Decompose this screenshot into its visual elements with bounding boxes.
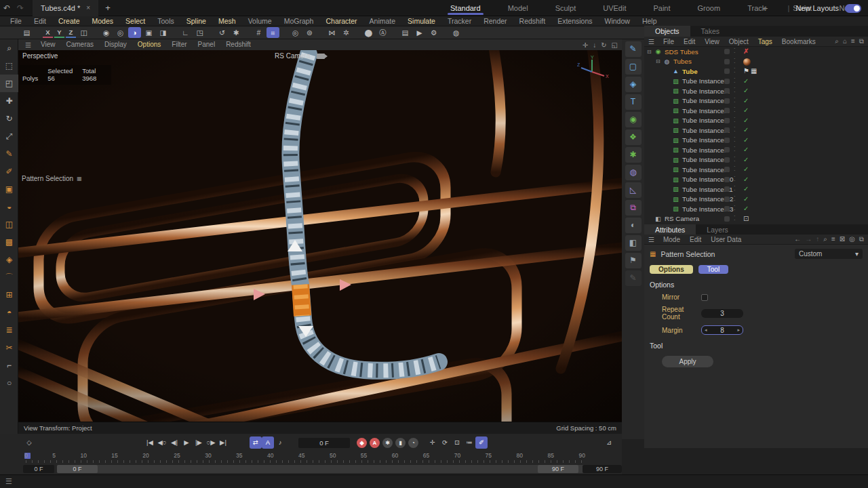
mask-mode-icon[interactable]: ◓ xyxy=(0,304,18,321)
preview-range-bar[interactable]: 0 F 90 F 90 F xyxy=(57,465,622,473)
home-icon[interactable]: ⌂ xyxy=(843,37,847,45)
rotate-view-icon[interactable]: ↻ xyxy=(601,41,606,49)
enable-toggle[interactable] xyxy=(724,88,730,94)
state-tag[interactable]: ✓ xyxy=(743,155,749,165)
new-document-button[interactable]: + xyxy=(105,3,111,13)
model-mode-icon[interactable]: ◎ xyxy=(114,27,127,38)
visibility-dots[interactable]: ⁚ xyxy=(734,214,736,224)
menu-file[interactable]: File xyxy=(4,16,28,26)
enable-toggle[interactable] xyxy=(724,49,730,54)
apply-button[interactable]: Apply xyxy=(662,356,713,367)
visibility-dots[interactable]: ⁚ xyxy=(734,106,736,116)
layout-tab-standard[interactable]: Standard xyxy=(437,0,494,16)
document-tab[interactable]: Tubes.c4d * × xyxy=(33,0,98,16)
playback-hud-button[interactable]: A xyxy=(262,436,274,449)
points-mode-icon[interactable]: ▣ xyxy=(142,27,155,38)
stage-icon[interactable]: ⚑ xyxy=(625,253,642,268)
camera-label[interactable]: RS Camera xyxy=(275,52,325,60)
pin-icon[interactable]: ◎ xyxy=(849,235,855,243)
points-mode-icon[interactable]: ◒ xyxy=(0,198,18,216)
edges-mode-icon[interactable]: ◫ xyxy=(0,216,18,233)
visibility-dots[interactable]: ⁚ xyxy=(734,125,736,136)
range-start-field[interactable]: 0 F xyxy=(23,465,54,473)
live-selection-icon[interactable]: ⬚ xyxy=(0,57,18,75)
prev-frame-button[interactable]: ◀| xyxy=(168,436,180,449)
object-row[interactable]: ▧ Tube Instance.10 ⁚ ✓ xyxy=(644,175,868,185)
enable-toggle[interactable] xyxy=(724,98,730,104)
close-tab-icon[interactable]: × xyxy=(86,4,90,12)
snap-toggle-icon[interactable]: # xyxy=(252,27,265,38)
enable-toggle[interactable] xyxy=(724,108,730,113)
lock-y-axis-button[interactable]: Y xyxy=(54,28,64,38)
object-row[interactable]: ▧ Tube Instance.1 ⁚ ✓ xyxy=(644,86,868,96)
menu-tools[interactable]: Tools xyxy=(151,16,180,26)
tab-layers[interactable]: Layers xyxy=(696,224,739,235)
vp-menu-view[interactable]: View xyxy=(35,39,61,50)
record-position-icon[interactable]: ✛ xyxy=(427,436,439,449)
rectangle-selection-icon[interactable]: ◰ xyxy=(0,75,18,92)
om-burger-icon[interactable]: ☰ xyxy=(648,38,654,45)
margin-stepper[interactable]: ◂ 8 ▸ xyxy=(701,325,743,335)
range-start-grip[interactable]: 0 F xyxy=(57,465,98,473)
menu-animate[interactable]: Animate xyxy=(363,16,402,26)
constraint-icon[interactable]: ◺ xyxy=(625,182,642,198)
arch-tool-icon[interactable]: ⌒ xyxy=(0,268,18,286)
vp-menu-display[interactable]: Display xyxy=(99,39,132,50)
object-row[interactable]: ▲ Tube ⁚ ⚑▦ xyxy=(644,66,868,77)
pan-view-icon[interactable]: ✛ xyxy=(583,41,588,49)
texture-mode-icon[interactable]: ◑ xyxy=(128,27,141,38)
object-row[interactable]: ◧ RS Camera ⁚ ⊡ xyxy=(644,214,868,224)
loop-mode-button[interactable]: ⇄ xyxy=(250,436,262,449)
next-frame-button[interactable]: |▶ xyxy=(193,436,205,449)
om-menu-object[interactable]: Object xyxy=(724,37,753,47)
back-arrow-icon[interactable]: ← xyxy=(794,235,801,243)
menu-spline[interactable]: Spline xyxy=(180,16,212,26)
make-editable-icon[interactable]: ◉ xyxy=(100,27,113,38)
texture-axis-icon[interactable]: ◳ xyxy=(193,27,206,38)
redshift-renderview-button[interactable]: ◍ xyxy=(450,27,462,38)
popout-icon[interactable]: ⧉ xyxy=(859,37,864,45)
attr-burger-icon[interactable]: ☰ xyxy=(648,236,654,243)
menu-help[interactable]: Help xyxy=(636,16,663,26)
visibility-dots[interactable]: ⁚ xyxy=(734,155,736,165)
menu-render[interactable]: Render xyxy=(477,16,513,26)
om-menu-edit[interactable]: Edit xyxy=(679,37,700,47)
state-tag[interactable]: ✓ xyxy=(743,195,749,205)
axis-mode-icon[interactable]: ∟ xyxy=(179,27,192,38)
state-tag[interactable]: ⊡ xyxy=(743,214,749,224)
render-view-button[interactable]: ▤ xyxy=(399,27,412,38)
mirror-checkbox[interactable] xyxy=(701,294,708,301)
menu-extensions[interactable]: Extensions xyxy=(551,16,598,26)
record-pla-icon[interactable]: ⊡ xyxy=(451,436,463,449)
state-tag[interactable]: ✓ xyxy=(743,165,749,175)
object-row[interactable]: ⊟ ◍ Tubes ⁚ xyxy=(644,57,868,67)
fcurve-editor-icon[interactable]: ⊿ xyxy=(603,436,615,449)
status-burger-icon[interactable]: ☰ xyxy=(5,477,12,486)
enable-toggle[interactable] xyxy=(724,79,730,84)
om-menu-view[interactable]: View xyxy=(700,37,724,47)
state-tag[interactable]: ✓ xyxy=(743,125,749,136)
redo-icon[interactable]: ↷ xyxy=(14,3,27,13)
enable-toggle[interactable] xyxy=(724,177,730,182)
camera-object-icon[interactable]: ◧ xyxy=(625,235,642,251)
stack-mode-icon[interactable]: ≣ xyxy=(0,321,18,339)
object-row[interactable]: ▧ Tube Instance ⁚ ✓ xyxy=(644,77,868,87)
enable-toggle[interactable] xyxy=(724,197,730,202)
autokey-button[interactable]: A xyxy=(370,438,380,448)
workplane-icon[interactable]: ◫ xyxy=(77,27,90,38)
enable-toggle[interactable] xyxy=(724,206,730,211)
lock-z-axis-button[interactable]: Z xyxy=(66,28,76,38)
visibility-dots[interactable]: ⁚ xyxy=(734,195,736,205)
next-key-button[interactable]: ○▶ xyxy=(205,436,217,449)
state-tag[interactable] xyxy=(743,58,751,66)
object-row[interactable]: ▧ Tube Instance.9 ⁚ ✓ xyxy=(644,165,868,175)
vp-menu-redshift[interactable]: Redshift xyxy=(220,39,256,50)
visibility-dots[interactable]: ⁚ xyxy=(734,77,736,87)
expand-toggle[interactable]: ⊟ xyxy=(656,58,663,64)
field-icon[interactable]: ◍ xyxy=(625,165,642,180)
tab-options[interactable]: Options xyxy=(650,265,693,274)
lock-x-axis-button[interactable]: X xyxy=(43,28,53,38)
visibility-dots[interactable]: ⁚ xyxy=(734,145,736,155)
frame-mode-icon[interactable]: ▣ xyxy=(0,180,18,198)
goto-start-button[interactable]: |◀ xyxy=(144,436,156,449)
